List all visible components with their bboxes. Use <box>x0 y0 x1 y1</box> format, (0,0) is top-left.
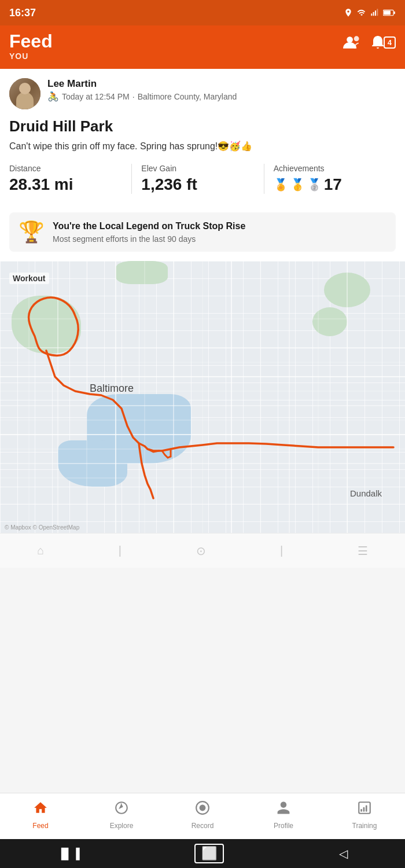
activity-time: Today at 12:54 PM <box>62 92 130 101</box>
status-bar: 16:37 <box>0 0 405 25</box>
legend-title: You're the Local Legend on Truck Stop Ri… <box>53 220 245 233</box>
elev-gain-label: Elev Gain <box>141 164 254 173</box>
legend-banner[interactable]: 🏆 You're the Local Legend on Truck Stop … <box>9 212 396 252</box>
wifi-icon <box>356 8 367 17</box>
android-home-icon[interactable]: ⬜ <box>194 844 224 863</box>
android-recents-icon[interactable]: ◁ <box>339 847 348 860</box>
profile-nav-icon <box>276 800 291 819</box>
activity-description: Can't wipe this grin off my face. Spring… <box>9 140 396 153</box>
route-svg <box>0 261 405 533</box>
nav-item-explore[interactable]: Explore <box>81 800 162 830</box>
battery-icon <box>383 9 396 17</box>
header: Feed YOU 4 <box>0 25 405 69</box>
profile-nav-label: Profile <box>274 822 293 830</box>
legend-text: You're the Local Legend on Truck Stop Ri… <box>53 220 245 244</box>
training-nav-label: Training <box>352 822 377 830</box>
android-nav-bar: ▐▌▐ ⬜ ◁ <box>0 839 405 868</box>
scroll-hint-icon-4: | <box>280 544 283 557</box>
svg-rect-0 <box>371 13 372 16</box>
svg-rect-6 <box>393 12 395 14</box>
feed-nav-icon <box>33 800 48 819</box>
feed-nav-label: Feed <box>32 822 48 830</box>
nav-item-feed[interactable]: Feed <box>0 800 81 830</box>
bottom-nav: Feed Explore Record Profile <box>0 793 405 839</box>
map-background: Workout Baltimore Dundalk © Mapbox © Ope… <box>0 261 405 533</box>
svg-rect-2 <box>375 10 376 16</box>
location-icon <box>344 8 353 17</box>
distance-label: Distance <box>9 164 122 173</box>
user-name[interactable]: Lee Martin <box>47 78 396 90</box>
status-icons <box>344 8 396 17</box>
notification-count: 4 <box>384 36 396 49</box>
nav-item-record[interactable]: Record <box>162 800 243 830</box>
user-row: Lee Martin 🚴 Today at 12:54 PM · Baltimo… <box>9 78 396 109</box>
scroll-hint-icon-3: ⊙ <box>196 544 206 558</box>
scroll-hint-icon-5: ☰ <box>358 544 368 558</box>
stats-row: Distance 28.31 mi Elev Gain 1,236 ft Ach… <box>9 164 396 203</box>
svg-rect-1 <box>373 12 374 16</box>
medal-silver-icon: 🥈 <box>307 178 322 192</box>
achievement-count: 17 <box>324 175 342 194</box>
avatar[interactable] <box>9 78 41 109</box>
bell-icon <box>371 35 385 50</box>
stat-achievements: Achievements 🏅 🥇 🥈 17 <box>264 164 396 194</box>
explore-nav-icon <box>114 800 129 819</box>
legend-subtitle: Most segment efforts in the last 90 days <box>53 234 245 244</box>
map-copyright: © Mapbox © OpenStreetMap <box>5 524 79 531</box>
map-label-workout: Workout <box>9 273 49 284</box>
activity-location: Baltimore County, Maryland <box>138 92 237 101</box>
svg-rect-3 <box>377 9 378 16</box>
page-title: Feed <box>9 31 53 52</box>
status-time: 16:37 <box>9 7 36 19</box>
distance-value: 28.31 mi <box>9 175 122 194</box>
scroll-hint: ⌂ | ⊙ | ☰ <box>0 533 405 568</box>
achievements-label: Achievements <box>274 164 386 173</box>
achievements-value: 🏅 🥇 🥈 17 <box>274 175 386 194</box>
activity-title[interactable]: Druid Hill Park <box>9 117 396 135</box>
nav-item-training[interactable]: Training <box>324 800 405 830</box>
stat-distance: Distance 28.31 mi <box>9 164 131 194</box>
scroll-hint-icon-2: | <box>119 544 122 557</box>
map-label-dundalk: Dundalk <box>350 488 382 498</box>
signal-icon <box>370 8 380 17</box>
separator: · <box>132 92 135 101</box>
friends-icon[interactable] <box>343 35 362 50</box>
bike-icon: 🚴 <box>47 91 59 102</box>
medal-bronze-icon: 🏅 <box>274 178 288 192</box>
feed-subtitle: YOU <box>9 52 53 61</box>
explore-nav-label: Explore <box>110 822 134 830</box>
svg-point-34 <box>200 805 206 811</box>
notification-bell[interactable]: 4 <box>371 35 396 50</box>
record-nav-icon <box>195 800 210 819</box>
svg-point-7 <box>347 36 353 43</box>
user-info: Lee Martin 🚴 Today at 12:54 PM · Baltimo… <box>47 78 396 102</box>
map-label-baltimore: Baltimore <box>90 382 134 395</box>
android-back-icon[interactable]: ▐▌▐ <box>57 848 79 860</box>
activity-card: Lee Martin 🚴 Today at 12:54 PM · Baltimo… <box>0 69 405 261</box>
user-meta: 🚴 Today at 12:54 PM · Baltimore County, … <box>47 91 396 102</box>
nav-item-profile[interactable]: Profile <box>243 800 324 830</box>
training-nav-icon <box>357 800 372 819</box>
legend-icon: 🏆 <box>19 222 45 242</box>
medal-gold-icon: 🥇 <box>290 178 305 192</box>
record-nav-label: Record <box>192 822 214 830</box>
svg-rect-5 <box>384 10 391 14</box>
stat-elev-gain: Elev Gain 1,236 ft <box>131 164 263 194</box>
elev-gain-value: 1,236 ft <box>141 175 254 194</box>
map-container[interactable]: Workout Baltimore Dundalk © Mapbox © Ope… <box>0 261 405 533</box>
scroll-hint-icon-1: ⌂ <box>37 544 44 557</box>
svg-point-8 <box>354 36 359 41</box>
header-right: 4 <box>343 31 396 50</box>
header-left: Feed YOU <box>9 31 53 61</box>
